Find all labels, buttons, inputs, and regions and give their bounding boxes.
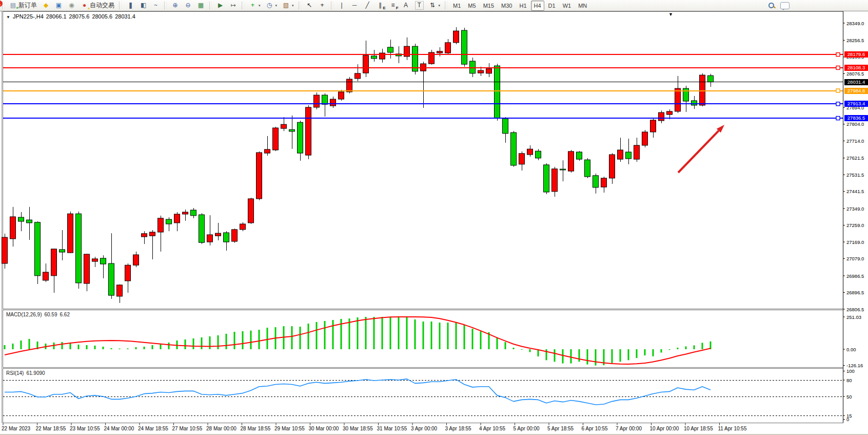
new-order-button-label: 新订单 [18, 1, 37, 10]
templates-button[interactable]: ▧▾ [280, 1, 296, 11]
chart-shift-button[interactable]: ↦ [227, 1, 239, 11]
tf-m15-button[interactable]: M15 [480, 1, 497, 11]
tile-windows-button[interactable]: ▦ [195, 1, 207, 11]
candle-up [43, 272, 49, 280]
chart-corner-marker-icon[interactable]: ▼ [668, 12, 673, 17]
macd-hist-bar [201, 337, 203, 349]
signals-button[interactable]: ◉ [66, 1, 77, 11]
text-button[interactable]: A [400, 1, 412, 11]
candle-up [519, 154, 525, 164]
hline-handle[interactable] [836, 66, 840, 69]
candles-chart-button[interactable]: ▮▯ [137, 1, 149, 11]
price-axis-tick-label: 26986.5 [846, 273, 864, 279]
zoom-in-button[interactable]: ⊕ [169, 1, 181, 11]
zoom-out-button[interactable]: ⊖ [182, 1, 194, 11]
label-button[interactable]: T [413, 1, 426, 11]
cursor-button[interactable]: ↖ [304, 1, 315, 11]
crosshair-button[interactable]: + [317, 1, 328, 11]
vline-icon: | [338, 2, 346, 9]
hline-handle[interactable] [836, 117, 840, 120]
macd-hist-bar [234, 332, 235, 349]
tf-w1-button[interactable]: W1 [560, 1, 575, 11]
tf-m30-button[interactable]: M30 [498, 1, 515, 11]
candle-down [76, 214, 82, 283]
new-order-button[interactable]: ▤+新订单 [7, 1, 39, 11]
hline-handle[interactable] [836, 89, 840, 92]
community-button[interactable]: ▣ [53, 1, 65, 11]
chart-window[interactable]: ▼JPN225-,H428066.128075.628005.628031.4 … [0, 11, 868, 435]
dropdown-arrow-icon[interactable]: ▾ [439, 4, 441, 8]
time-axis-label: 30 Mar 00:00 [309, 426, 339, 431]
dropdown-arrow-icon[interactable]: ▾ [275, 4, 278, 8]
candle-down [289, 129, 295, 131]
tf-h1-button[interactable]: H1 [516, 1, 529, 11]
fibonacci-button[interactable]: ≡F [387, 1, 399, 11]
macd-hist-bar [135, 347, 137, 349]
indicators-button[interactable]: +▾ [247, 1, 263, 11]
tf-m1-button[interactable]: M1 [450, 1, 464, 11]
candle-up [568, 152, 574, 171]
candle-down [462, 30, 467, 64]
candle-down [544, 165, 549, 192]
channel-icon: ∥E [377, 2, 384, 9]
macd-hist-bar [685, 346, 687, 349]
collapse-marker-icon[interactable]: ▼ [6, 15, 10, 20]
macd-hist-bar [595, 349, 597, 366]
search-button[interactable] [766, 1, 777, 11]
labelT-icon: T [415, 1, 424, 10]
hline-handle[interactable] [836, 53, 840, 56]
macd-name: MACD(12,26,9) [6, 312, 42, 317]
macd-hist-bar [316, 322, 318, 349]
bars-chart-button[interactable]: ||| [124, 1, 136, 11]
tf-d1-button[interactable]: D1 [545, 1, 559, 11]
arrows-button[interactable]: ⇅▾ [427, 1, 443, 11]
macd-hist-bar [86, 345, 88, 349]
candle-up [215, 233, 221, 236]
horizontal-line-objects[interactable] [3, 53, 843, 120]
macd-value: 60.59 [44, 312, 57, 317]
chat-button[interactable] [778, 1, 792, 11]
chart-title: ▼JPN225-,H428066.128075.628005.628031.4 [6, 13, 138, 20]
price-axis-tick-label: 28349.0 [846, 21, 864, 26]
hline-button[interactable]: ─ [349, 1, 361, 11]
candle-up [142, 234, 147, 237]
time-axis-label: 11 Apr 10:55 [718, 426, 747, 431]
auto-scroll-button[interactable]: ▶ [214, 1, 226, 11]
arrow-annotation[interactable] [678, 125, 724, 173]
macd-hist-bar [382, 317, 383, 349]
autoscroll-icon: ▶ [216, 2, 224, 9]
time-axis-label: 4 Apr 10:55 [479, 426, 505, 431]
tf-h4-button[interactable]: H4 [531, 1, 544, 11]
macd-hist-bar [415, 319, 416, 349]
autotrading-button[interactable]: ●▴自动交易 [78, 1, 116, 11]
crosshair-icon: + [319, 2, 326, 9]
tf-h1-button-label: H1 [519, 3, 526, 9]
macd-hist-bar [702, 343, 703, 349]
macd-hist-bar [250, 331, 252, 349]
trendline-button[interactable]: ╱ [362, 1, 373, 11]
candle-up [609, 155, 615, 178]
macd-hist-bar [431, 321, 432, 349]
hline-handle[interactable] [836, 102, 840, 106]
line-chart-button[interactable]: ~ [150, 1, 162, 11]
candle-down [166, 219, 172, 224]
dropdown-arrow-icon[interactable]: ▾ [292, 4, 294, 8]
vline-button[interactable]: | [336, 1, 348, 11]
candle-down [371, 56, 377, 59]
price-axis-tick-label: 27441.5 [846, 188, 864, 194]
tf-mn-button[interactable]: MN [575, 1, 590, 11]
price-axis-tick-label: 28076.5 [846, 71, 864, 77]
chart-canvas[interactable] [0, 11, 868, 435]
dropdown-arrow-icon[interactable]: ▾ [259, 4, 261, 8]
macd-hist-bar [620, 349, 621, 362]
macd-hist-bar [185, 339, 186, 349]
periods-button[interactable]: ◷▾ [264, 1, 280, 11]
signal-dot-icon: ◉ [68, 2, 75, 9]
tf-m5-button[interactable]: M5 [465, 1, 479, 11]
candle-up [486, 69, 492, 73]
metaeditor-button[interactable]: ◆ [40, 1, 52, 11]
magnifier-icon [768, 2, 775, 9]
price-axis-tick-label: 27714.0 [846, 138, 864, 144]
candle-up [92, 259, 98, 261]
channel-button[interactable]: ∥E [374, 1, 386, 11]
